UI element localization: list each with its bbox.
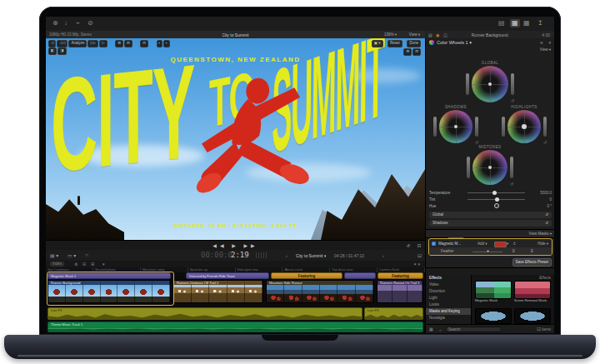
done-button[interactable]: Done: [407, 40, 421, 47]
expand-icon[interactable]: ⊞: [91, 262, 94, 267]
effect-thumb-shape-mask[interactable]: [514, 308, 551, 324]
next-project-icon[interactable]: ›: [382, 253, 384, 258]
magnet-snap-icon[interactable]: ∩: [85, 252, 88, 257]
keyword-icon[interactable]: ⌁: [76, 19, 80, 27]
audio-meters[interactable]: [256, 252, 268, 258]
mask-mode-icon[interactable]: ⊟: [124, 40, 132, 47]
import-media-icon[interactable]: ⊕: [52, 19, 58, 27]
video-clip-mountain-runout[interactable]: Mountain Side Runout: [266, 280, 374, 303]
mask-enable-checkbox[interactable]: ✓: [432, 242, 436, 246]
param-value[interactable]: 5000.0: [530, 191, 552, 195]
effect-thumb-magnetic-mask[interactable]: [475, 281, 512, 299]
timeline-toggle-icon[interactable]: ▦: [510, 19, 520, 27]
overlay-toggle-icon[interactable]: ▪: [157, 40, 163, 47]
add-stroke-icon[interactable]: ◧: [48, 47, 57, 55]
prev-project-icon[interactable]: ‹: [286, 253, 288, 258]
color-wheel-midtones[interactable]: [472, 150, 508, 185]
effect-menu-icon[interactable]: ▾: [548, 40, 551, 45]
info-inspector-icon[interactable]: ⓘ: [443, 32, 448, 37]
wheel-reset-icon[interactable]: ↺: [511, 98, 514, 103]
wheel-reset-icon[interactable]: ↺: [543, 140, 547, 145]
skimming-icon[interactable]: ✦ ▾: [413, 262, 420, 267]
param-value[interactable]: 0 °: [530, 204, 552, 208]
section-shadows[interactable]: Shadows ↺: [429, 220, 552, 227]
forward-icon[interactable]: ▷▷: [88, 40, 98, 47]
audio-clip-live-fx[interactable]: Live FX: [364, 307, 423, 320]
category-nostalgia[interactable]: Nostalgia: [426, 315, 471, 322]
index-button[interactable]: Index: [50, 262, 64, 267]
audio-clip-live-fx[interactable]: Live FX: [48, 307, 362, 320]
feather-value-1[interactable]: 0: [512, 249, 515, 253]
step-forward-icon[interactable]: ▷: [99, 40, 107, 47]
mask-mode-icon[interactable]: ⊞: [115, 40, 123, 47]
video-clip-runner-background[interactable]: Runner Background: [48, 280, 171, 303]
rewind-icon[interactable]: ◁◁: [57, 40, 68, 47]
param-value[interactable]: 0: [530, 197, 552, 202]
view-masks-menu[interactable]: View Masks ▾: [529, 232, 552, 236]
collapse-icon[interactable]: ⊟: [82, 262, 86, 267]
mask-eyedropper-icon[interactable]: ±: [513, 242, 515, 246]
color-inspector-icon[interactable]: ◉: [436, 32, 439, 37]
effect-thumb-scene-removal[interactable]: [514, 281, 551, 299]
hue-dial[interactable]: [468, 206, 525, 207]
mask-hide-menu[interactable]: Hide ▾: [538, 242, 548, 246]
tool-menu-icon[interactable]: ▭ ▾: [68, 252, 76, 258]
browser-toggle-icon[interactable]: ▤: [498, 19, 505, 27]
color-wheel-shadows[interactable]: [439, 110, 472, 143]
mask-name[interactable]: Magnetic M...: [438, 242, 472, 246]
thumbnail-view-icon[interactable]: ▦: [429, 327, 433, 332]
overlay-toggle-icon[interactable]: ▪: [163, 40, 170, 47]
wheel-reset-icon[interactable]: ↺: [510, 182, 513, 187]
list-view-icon[interactable]: ≣: [74, 262, 78, 267]
title-clip[interactable]: [344, 272, 376, 279]
category-masks-and-keying[interactable]: Masks and Keying: [426, 308, 471, 315]
project-name-menu[interactable]: City to Summit ▾: [296, 253, 326, 258]
title-clip[interactable]: Magnetic Mask 1: [48, 272, 171, 279]
mask-color-swatch[interactable]: [494, 242, 507, 247]
import-icon[interactable]: ↓: [64, 19, 68, 27]
tint-slider[interactable]: [468, 199, 525, 201]
viewer-canvas[interactable]: QUEENSTOWN, NEW ZEALAND CITY TO SUMMIT: [46, 38, 425, 240]
effect-title[interactable]: Color Wheels 1 ▾: [437, 40, 472, 45]
index-icon[interactable]: ▤ ▾: [50, 252, 58, 258]
viewer-view-menu[interactable]: View ▾: [409, 32, 420, 37]
video-inspector-icon[interactable]: ▤: [428, 32, 432, 37]
title-clip[interactable]: Directed by Friends Ride Team: [186, 272, 269, 279]
remove-stroke-icon[interactable]: ◨: [58, 47, 66, 55]
section-reset-icon[interactable]: ↺: [545, 220, 548, 227]
mask-color-menu-icon[interactable]: ▾: [507, 242, 508, 246]
effect-thumb-vignette-mask[interactable]: [475, 308, 512, 324]
music-clip-theme[interactable]: Theme Music Track 1: [48, 322, 423, 332]
step-back-icon[interactable]: ◁: [48, 40, 56, 47]
feather-value-2[interactable]: 0: [531, 249, 533, 253]
wheels-view-menu[interactable]: View ▾: [540, 47, 551, 52]
effects-search-input[interactable]: [445, 327, 502, 332]
share-icon[interactable]: ↥: [538, 19, 543, 27]
zoom-in-icon[interactable]: ⊞: [403, 48, 412, 56]
save-effects-preset-button[interactable]: Save Effects Preset: [512, 258, 552, 267]
feather-slider[interactable]: ▼: [472, 252, 502, 253]
temperature-slider[interactable]: [468, 192, 525, 194]
compare-icon[interactable]: ⊜: [540, 40, 543, 45]
inspector-toggle-icon[interactable]: ▦: [523, 19, 530, 27]
category-looks[interactable]: Looks: [426, 302, 471, 308]
timeline-expand-icon[interactable]: ⊡: [418, 252, 422, 258]
title-clip-featuring[interactable]: Featuring: [378, 272, 423, 279]
viewer-zoom-menu[interactable]: 136% ▾: [384, 32, 397, 37]
section-global[interactable]: Global ↺: [429, 212, 552, 218]
category-distortion[interactable]: Distortion: [426, 288, 471, 295]
background-tasks-icon[interactable]: ⊘: [88, 19, 93, 27]
color-wheel-global[interactable]: [472, 66, 508, 102]
category-video[interactable]: Video: [426, 282, 471, 288]
mask-view-icon[interactable]: ⊡: [140, 40, 148, 47]
video-clip-trail-runout[interactable]: Runners Runout On Trail 1: [377, 280, 423, 303]
loop-icon[interactable]: ↺: [407, 243, 410, 248]
reset-button[interactable]: Reset: [388, 40, 402, 47]
title-clip-featuring[interactable]: Featuring: [271, 272, 342, 279]
color-wheel-highlights[interactable]: [508, 110, 541, 143]
section-reset-icon[interactable]: ↺: [545, 212, 548, 218]
category-light[interactable]: Light: [426, 295, 471, 302]
clip-appearance-icon[interactable]: ▾: [102, 262, 105, 267]
video-clip-runners-distance[interactable]: Runners Distance Off Trail 1: [173, 280, 263, 303]
fullscreen-icon[interactable]: ⊡: [418, 243, 421, 248]
